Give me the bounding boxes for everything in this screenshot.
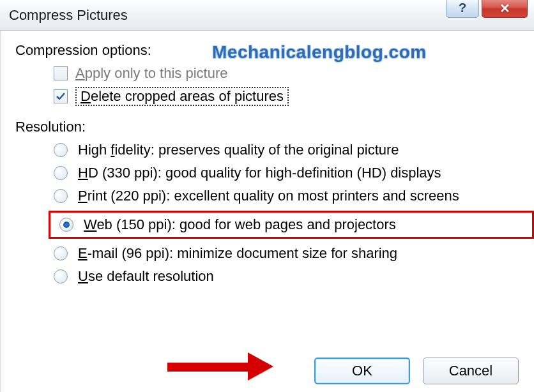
annotation-arrow-icon [167, 355, 276, 381]
delete-cropped-checkbox[interactable] [54, 89, 68, 103]
radio-label: Print (220 ppi): excellent quality on mo… [78, 188, 459, 204]
resolution-label: Resolution: [15, 119, 521, 135]
resolution-hd[interactable]: HD (330 ppi): good quality for high-defi… [54, 165, 521, 181]
delete-cropped-row[interactable]: Delete cropped areas of pictures [54, 87, 521, 106]
close-button[interactable]: ✕ [482, 0, 528, 18]
highlight-box: Web (150 ppi): good for web pages and pr… [49, 211, 534, 239]
resolution-web[interactable]: Web (150 ppi): good for web pages and pr… [59, 216, 396, 233]
resolution-default[interactable]: Use default resolution [54, 268, 521, 285]
dialog-body: Mechanicalengblog.com Compression option… [0, 31, 534, 392]
radio-default[interactable] [54, 269, 68, 283]
dialog-buttons: OK Cancel [314, 358, 519, 384]
delete-cropped-label: Delete cropped areas of pictures [75, 87, 289, 106]
radio-high-fidelity[interactable] [54, 143, 68, 157]
resolution-high-fidelity[interactable]: High fidelity: preserves quality of the … [54, 142, 521, 158]
radio-label: Web (150 ppi): good for web pages and pr… [84, 216, 396, 233]
radio-web[interactable] [59, 218, 73, 232]
cancel-button[interactable]: Cancel [423, 358, 519, 384]
radio-print[interactable] [54, 189, 68, 203]
apply-only-row[interactable]: Apply only to this picture [54, 65, 521, 82]
help-button[interactable]: ? [446, 0, 479, 18]
resolution-print[interactable]: Print (220 ppi): excellent quality on mo… [54, 188, 521, 204]
radio-label: High fidelity: preserves quality of the … [78, 142, 399, 158]
titlebar-buttons: ? ✕ [446, 0, 528, 18]
radio-label: E-mail (96 ppi): minimize document size … [78, 245, 397, 262]
radio-label: HD (330 ppi): good quality for high-defi… [78, 165, 441, 181]
watermark-text: Mechanicalengblog.com [212, 42, 427, 63]
radio-label: Use default resolution [78, 268, 214, 285]
titlebar: Compress Pictures ? ✕ [0, 0, 534, 31]
radio-hd[interactable] [54, 166, 68, 180]
radio-email[interactable] [54, 246, 68, 260]
checkmark-icon [55, 91, 66, 102]
apply-only-checkbox[interactable] [54, 66, 68, 80]
apply-only-label: Apply only to this picture [75, 65, 227, 82]
dialog-title: Compress Pictures [9, 7, 128, 24]
resolution-email[interactable]: E-mail (96 ppi): minimize document size … [54, 245, 521, 262]
ok-button[interactable]: OK [314, 358, 410, 384]
